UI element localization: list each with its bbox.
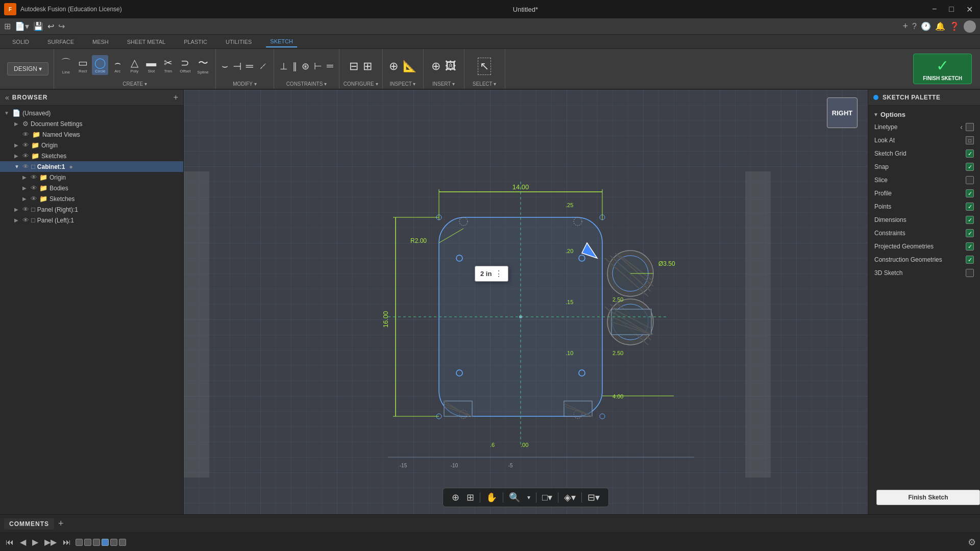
tool-rect[interactable]: ▭ Rect [75,55,90,75]
grid-icon[interactable]: ⊞ [4,21,11,31]
tab-solid[interactable]: SOLID [8,37,33,47]
tool-slot[interactable]: ▬ Slot [143,56,159,75]
linetype-arrow-icon[interactable]: ‹ [960,123,963,131]
history-icon[interactable]: 🕐 [921,21,931,31]
tool-circle[interactable]: ◯ Circle [92,55,108,75]
dimension-options-icon[interactable]: ⋮ [495,269,503,279]
timeline-prev-button[interactable]: ◀ [18,536,28,548]
snap-checkbox[interactable]: ✓ [966,163,974,171]
tree-item-cabinet[interactable]: ▼ 👁 □ Cabinet:1 ● [0,161,183,172]
tool-sketch-scale[interactable]: ⟋ [256,59,270,73]
options-section-header[interactable]: ▼ Options [872,109,976,120]
tool-dimension[interactable]: ⊢ [312,59,324,73]
timeline-marker[interactable] [102,539,109,546]
tab-plastic[interactable]: PLASTIC [180,37,211,47]
timeline-play-button[interactable]: ▶ [31,536,40,548]
timeline-marker[interactable] [93,539,100,546]
save-button[interactable]: 💾 [33,21,43,31]
timeline-settings-icon[interactable]: ⚙ [968,537,976,548]
tree-item-panel-left[interactable]: ▶ 👁 □ Panel (Left):1 [0,215,183,226]
tree-item-document-settings[interactable]: ▶ ⚙ Document Settings [0,118,183,129]
tool-inspect2[interactable]: 📐 [401,58,418,74]
view-cube[interactable]: RIGHT [827,97,857,128]
undo-button[interactable]: ↩ [47,21,54,31]
close-button[interactable]: ✕ [963,4,976,15]
minimize-button[interactable]: − [929,4,940,15]
maximize-button[interactable]: □ [946,4,957,15]
tool-fillet[interactable]: ⌣ [220,59,230,73]
tree-item-unsaved[interactable]: ▼ 📄 (Unsaved) [0,108,183,118]
finish-sketch-ribbon-button[interactable]: ✓ FINISH SKETCH [913,54,972,84]
dimensions-checkbox[interactable]: ✓ [966,216,974,224]
slice-checkbox[interactable] [966,176,974,184]
timeline-marker[interactable] [119,539,126,546]
construction-geometries-checkbox[interactable]: ✓ [966,256,974,264]
view-mode-icon[interactable]: ◈▾ [561,490,578,505]
tool-arc[interactable]: ⌢ Arc [110,56,125,75]
tab-surface[interactable]: SURFACE [43,37,78,47]
browser-collapse-icon[interactable]: « [5,93,9,102]
tab-mesh[interactable]: MESH [88,37,113,47]
comments-add-icon[interactable]: + [58,518,64,529]
dimension-input-popup[interactable]: 2 in ⋮ [475,266,508,282]
timeline-marker[interactable] [76,539,83,546]
timeline-go-first-button[interactable]: ⏮ [4,537,15,548]
notification-icon[interactable]: 🔔 [935,21,945,31]
tool-equal2[interactable]: ═ [325,59,335,73]
tool-select-cursor[interactable]: ↖ [478,58,491,75]
constraints-checkbox[interactable]: ✓ [966,229,974,237]
tool-equal[interactable]: ═ [244,59,255,73]
tool-collinear[interactable]: ∥ [291,59,299,73]
tool-insert2[interactable]: 🖼 [444,58,458,74]
tab-utilities[interactable]: UTILITIES [222,37,256,47]
tree-item-named-views[interactable]: 👁 📁 Named Views [0,129,183,140]
tool-inspect1[interactable]: ⊕ [387,58,400,74]
linetype-swatch[interactable] [966,123,974,131]
file-menu[interactable]: 📄▾ [15,21,29,31]
tool-poly[interactable]: △ Poly [127,55,142,75]
zoom-percent[interactable]: ▾ [525,493,533,502]
tool-line[interactable]: ⌒ Line [58,55,74,76]
tool-trim[interactable]: ✂ Trim [160,55,176,75]
points-checkbox[interactable]: ✓ [966,203,974,211]
snap-icon[interactable]: ⊞ [464,490,477,505]
redo-button[interactable]: ↪ [58,21,65,31]
pan-icon[interactable]: ✋ [483,490,500,505]
tab-sheet-metal[interactable]: SHEET METAL [123,37,169,47]
tool-configure1[interactable]: ⊟ [348,58,360,74]
tab-sketch[interactable]: SKETCH [266,36,297,47]
select-mode-icon[interactable]: ⊕ [449,490,462,505]
grid-display-icon[interactable]: ⊟▾ [585,490,602,505]
help-icon2[interactable]: ❓ [949,21,960,31]
browser-add-icon[interactable]: + [174,93,178,102]
tool-coincident[interactable]: ⊥ [278,59,289,73]
timeline-next-button[interactable]: ▶▶ [43,536,58,548]
tree-item-cabinet-sketches[interactable]: ▶ 👁 📁 Sketches [0,193,183,204]
timeline-marker[interactable] [110,539,117,546]
timeline-go-last-button[interactable]: ⏭ [61,537,72,548]
tool-configure2[interactable]: ⊞ [361,58,374,74]
tool-spline[interactable]: 〜 Spline [195,55,211,76]
tool-mirror[interactable]: ⊣ [231,59,243,74]
user-avatar[interactable] [964,20,976,33]
viewport[interactable]: 14.00 16.00 R2.00 Ø3.50 .25 .20 .15 .10 … [184,90,868,514]
tree-item-panel-right[interactable]: ▶ 👁 □ Panel (Right):1 [0,204,183,215]
tree-item-sketches[interactable]: ▶ 👁 📁 Sketches [0,151,183,161]
sketch-grid-checkbox[interactable]: ✓ [966,149,974,158]
tool-offset[interactable]: ⊃ Offset [177,55,193,75]
timeline-marker[interactable] [84,539,91,546]
comments-button[interactable]: COMMENTS [4,518,54,530]
tree-item-bodies[interactable]: ▶ 👁 📁 Bodies [0,183,183,193]
finish-sketch-palette-button[interactable]: Finish Sketch [876,490,980,505]
add-tab-button[interactable]: + [903,21,909,32]
zoom-icon[interactable]: 🔍 [506,490,523,505]
profile-checkbox[interactable]: ✓ [966,189,974,197]
tool-insert1[interactable]: ⊕ [430,58,442,74]
3d-sketch-checkbox[interactable] [966,269,974,277]
tree-item-origin[interactable]: ▶ 👁 📁 Origin [0,140,183,151]
tree-item-cabinet-origin[interactable]: ▶ 👁 📁 Origin [0,172,183,183]
design-button[interactable]: DESIGN ▾ [7,62,48,76]
tool-fix[interactable]: ⊛ [300,59,311,73]
help-icon[interactable]: ? [912,22,917,31]
display-mode-icon[interactable]: □▾ [540,490,555,505]
